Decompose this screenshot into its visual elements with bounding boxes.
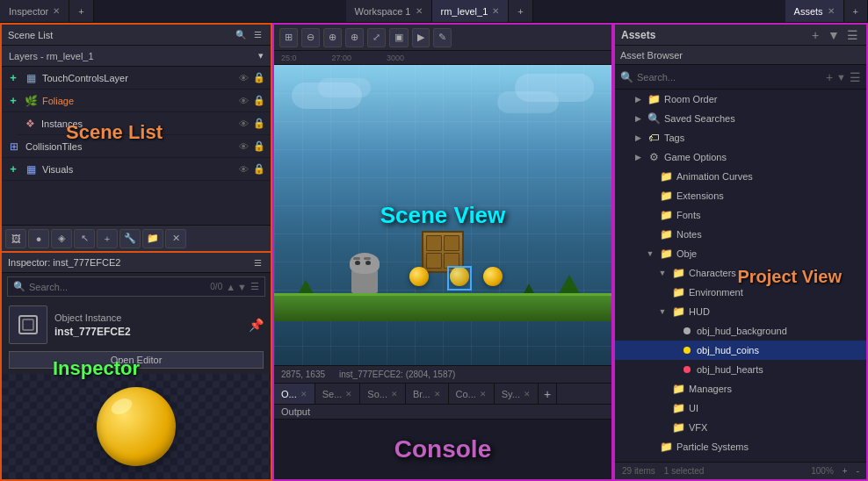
open-editor-button[interactable]: Open Editor — [9, 351, 264, 369]
nav-down-btn[interactable]: ▼ — [237, 282, 247, 292]
tree-item-obj-hud-coins[interactable]: obj_hud_coins — [615, 341, 866, 360]
visibility-icon[interactable]: 👁 — [239, 96, 249, 106]
tree-item-characters[interactable]: ▼ 📁 Characters — [615, 263, 866, 283]
left-panel: Scene List 🔍 ☰ Layers - rm_level_1 ▾ + ▦… — [0, 23, 272, 481]
inspector-search-input[interactable] — [29, 282, 206, 292]
sv-zoom-100-btn[interactable]: ⊕ — [345, 28, 364, 47]
sv-play-btn[interactable]: ▶ — [412, 28, 430, 47]
sv-zoom-out-btn[interactable]: ⊖ — [301, 28, 320, 47]
assets-tab-close[interactable]: ✕ — [828, 6, 835, 16]
tree-item-notes[interactable]: 📁 Notes — [615, 225, 866, 244]
visibility-icon[interactable]: 👁 — [239, 118, 249, 129]
tree-item-obj-hud-background[interactable]: obj_hud_background — [615, 321, 866, 341]
sv-view-btn[interactable]: ▣ — [389, 28, 409, 47]
level-tab[interactable]: rm_level_1 ✕ — [432, 0, 510, 22]
list-item[interactable]: + ▦ Visuals 👁 🔒 — [2, 158, 271, 181]
asset-zoom-in-btn[interactable]: + — [843, 466, 848, 476]
toolbar-transform-btn[interactable]: ↖ — [74, 229, 95, 248]
lock-icon[interactable]: 🔒 — [253, 95, 265, 106]
level-tab-close[interactable]: ✕ — [492, 6, 499, 16]
tree-item-hud[interactable]: ▼ 📁 HUD — [615, 302, 866, 321]
workspace-tab[interactable]: Workspace 1 ✕ — [346, 0, 432, 22]
visibility-icon[interactable]: 👁 — [239, 141, 249, 152]
tree-item-vfx[interactable]: 📁 VFX — [615, 418, 866, 437]
toolbar-delete-btn[interactable]: ✕ — [165, 229, 186, 248]
toolbar-circle-btn[interactable]: ● — [28, 229, 49, 248]
asset-add-btn[interactable]: + — [826, 70, 833, 84]
sv-grid-btn[interactable]: ⊞ — [279, 28, 298, 47]
tree-item-particle-systems[interactable]: 📁 Particle Systems — [615, 437, 866, 456]
inspector-tab-add[interactable]: + — [69, 0, 93, 22]
list-view-btn[interactable]: ☰ — [250, 281, 259, 292]
toolbar-brush-btn[interactable]: 🔧 — [119, 229, 141, 248]
scene-list-search-btn[interactable]: 🔍 — [233, 29, 249, 40]
list-item[interactable]: + ▦ TouchControlsLayer 👁 🔒 — [2, 67, 271, 90]
tree-item-managers[interactable]: 📁 Managers — [615, 379, 866, 398]
assets-tab-add[interactable]: + — [844, 0, 868, 22]
lock-icon[interactable]: 🔒 — [253, 163, 265, 175]
console-content: Console — [274, 420, 611, 479]
tab-browser-close[interactable]: ✕ — [434, 390, 441, 398]
tab-console[interactable]: Co... ✕ — [449, 384, 495, 404]
assets-tab[interactable]: Assets ✕ — [785, 0, 844, 22]
scene-view-canvas[interactable]: Scene View — [274, 65, 611, 365]
tree-item-animation-curves[interactable]: 📁 Animation Curves — [615, 167, 866, 186]
asset-filter-icon[interactable]: ▼ — [836, 72, 846, 83]
toolbar-folder-btn[interactable]: 📁 — [142, 229, 163, 248]
assets-menu-btn[interactable]: ☰ — [844, 27, 860, 43]
tab-search[interactable]: Se... ✕ — [315, 384, 361, 404]
sv-zoom-in-btn[interactable]: ⊕ — [323, 28, 342, 47]
tree-item-room-order[interactable]: ▶ 📁 Room Order — [615, 90, 866, 109]
nav-up-btn[interactable]: ▲ — [226, 282, 235, 292]
visibility-icon[interactable]: 👁 — [239, 164, 249, 175]
tab-syntax[interactable]: Sy... ✕ — [495, 384, 539, 404]
scene-list-menu-btn[interactable]: ☰ — [251, 29, 264, 40]
inspector-menu-btn[interactable]: ☰ — [251, 257, 264, 269]
center-tab-add[interactable]: + — [509, 0, 532, 22]
inspector-tab[interactable]: Inspector ✕ — [0, 0, 69, 22]
lock-icon[interactable]: 🔒 — [253, 140, 265, 152]
asset-search-input[interactable] — [637, 72, 822, 83]
inspector-object-row: Object Instance inst_777EFCE2 📌 — [2, 300, 271, 349]
tree-label: Managers — [689, 384, 861, 394]
toolbar-add-layer-btn[interactable]: + — [97, 229, 118, 248]
tree-item-game-options[interactable]: ▶ ⚙ Game Options — [615, 147, 866, 167]
asset-zoom-out-btn[interactable]: - — [857, 466, 859, 476]
list-item[interactable]: ❖ Instances 👁 🔒 — [18, 112, 271, 135]
tree-item-extensions[interactable]: 📁 Extensions — [615, 186, 866, 205]
visibility-icon[interactable]: 👁 — [239, 73, 249, 83]
tree-item-tags[interactable]: ▶ 🏷 Tags — [615, 128, 866, 147]
console-tab-add[interactable]: + — [539, 384, 557, 404]
tree-item-ui[interactable]: 📁 UI — [615, 398, 866, 418]
tab-search-close[interactable]: ✕ — [345, 390, 352, 398]
assets-add-btn[interactable]: + — [807, 27, 823, 43]
tree-item-fonts[interactable]: 📁 Fonts — [615, 205, 866, 225]
layer-icon: ▦ — [24, 71, 38, 85]
toolbar-image-btn[interactable]: 🖼 — [5, 229, 26, 248]
tab-syntax-close[interactable]: ✕ — [524, 390, 531, 398]
pin-button[interactable]: 📌 — [249, 318, 264, 332]
tree-item-environment[interactable]: 📁 Environment — [615, 283, 866, 302]
workspace-tab-close[interactable]: ✕ — [416, 6, 423, 16]
tree-label: Fonts — [676, 210, 861, 220]
layer-dropdown[interactable]: Layers - rm_level_1 ▾ — [2, 46, 271, 67]
tree-item-obj-hud-hearts[interactable]: obj_hud_hearts — [615, 360, 866, 379]
list-item[interactable]: + 🌿 Foliage 👁 🔒 — [2, 90, 271, 112]
tab-output-close[interactable]: ✕ — [300, 390, 307, 398]
tab-output[interactable]: O... ✕ — [274, 384, 315, 404]
tree-item-saved-searches[interactable]: ▶ 🔍 Saved Searches — [615, 109, 866, 128]
tab-source-close[interactable]: ✕ — [391, 390, 398, 398]
lock-icon[interactable]: 🔒 — [253, 72, 265, 83]
tree-item-objects[interactable]: ▼ 📁 Obje — [615, 244, 866, 263]
inspector-tab-close[interactable]: ✕ — [53, 6, 60, 16]
list-item[interactable]: ⊞ CollisionTiles 👁 🔒 — [2, 135, 271, 158]
tab-browser[interactable]: Br... ✕ — [406, 384, 449, 404]
tab-console-close[interactable]: ✕ — [480, 390, 487, 398]
asset-options-icon[interactable]: ☰ — [850, 70, 861, 84]
sv-draw-btn[interactable]: ✎ — [433, 28, 452, 47]
tab-source[interactable]: So... ✕ — [360, 384, 406, 404]
assets-filter-btn[interactable]: ▼ — [826, 27, 842, 43]
toolbar-diamond-btn[interactable]: ◈ — [51, 229, 72, 248]
sv-fit-btn[interactable]: ⤢ — [367, 28, 386, 47]
lock-icon[interactable]: 🔒 — [253, 118, 265, 129]
